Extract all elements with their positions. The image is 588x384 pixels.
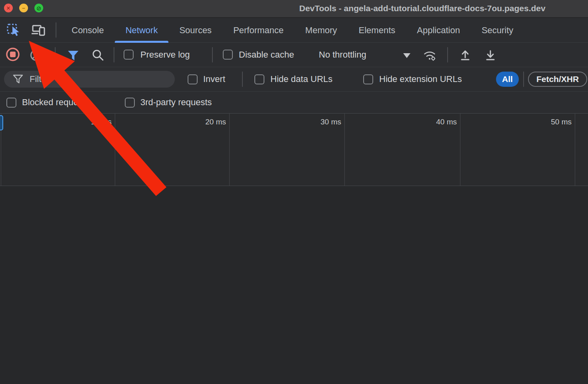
funnel-icon — [67, 50, 80, 62]
window-title: DevTools - angela-add-tutorial.cloudflar… — [299, 4, 546, 13]
hide-data-urls-checkbox[interactable] — [254, 74, 264, 84]
inspect-cursor-icon — [6, 23, 21, 38]
clear-network-log-button[interactable] — [28, 48, 44, 62]
hide-data-urls-label[interactable]: Hide data URLs — [270, 67, 332, 91]
tab-application[interactable]: Application — [406, 18, 471, 43]
clear-icon — [30, 49, 42, 62]
record-network-log-button[interactable] — [5, 47, 20, 62]
timeline-tick-label: 40 ms — [405, 118, 457, 126]
search-icon — [92, 49, 104, 62]
disable-cache-checkbox[interactable] — [223, 50, 233, 60]
throttling-select[interactable]: No throttling — [319, 43, 366, 67]
more-filters-bar: Blocked requests 3rd-party requests — [0, 92, 588, 114]
tab-network[interactable]: Network — [115, 18, 169, 43]
tab-performance[interactable]: Performance — [222, 18, 294, 43]
toolbar-separator — [447, 47, 448, 62]
toolbar-separator — [56, 22, 56, 38]
hide-extension-urls-label[interactable]: Hide extension URLs — [379, 67, 462, 91]
tab-security[interactable]: Security — [471, 18, 524, 43]
export-har-button[interactable] — [483, 48, 498, 62]
invert-checkbox[interactable] — [188, 74, 198, 84]
inspect-element-button[interactable] — [6, 23, 21, 38]
wifi-gear-icon — [422, 48, 437, 62]
titlebar[interactable]: ✕ − ⊘ DevTools - angela-add-tutorial.clo… — [0, 0, 588, 18]
tab-label: Sources — [179, 25, 212, 36]
download-icon — [484, 49, 497, 62]
tab-label: Elements — [359, 25, 396, 36]
third-party-requests-checkbox[interactable] — [125, 98, 135, 108]
devtools-window: ✕ − ⊘ DevTools - angela-add-tutorial.clo… — [0, 0, 588, 384]
timeline-tick-label: 20 ms — [174, 118, 226, 126]
search-button[interactable] — [90, 48, 106, 62]
zoom-button[interactable]: ⊘ — [34, 4, 43, 12]
tab-label: Security — [482, 25, 513, 36]
toolbar-separator — [523, 72, 524, 87]
filter-input[interactable] — [29, 74, 168, 85]
third-party-requests-label[interactable]: 3rd-party requests — [140, 92, 212, 113]
toolbar-separator — [212, 47, 213, 62]
timeline-gridline — [575, 114, 575, 186]
preserve-log-checkbox[interactable] — [124, 50, 134, 60]
device-toolbar-icon — [31, 24, 46, 37]
network-log-empty-panel: Recording network activity… Perform a re… — [0, 186, 588, 384]
timeline-gridline — [344, 114, 345, 186]
tab-label: Memory — [305, 25, 337, 36]
blocked-requests-label[interactable]: Blocked requests — [22, 92, 90, 113]
tab-memory[interactable]: Memory — [294, 18, 348, 43]
timeline-tick-label: 50 ms — [520, 118, 572, 126]
filter-toggle-button[interactable] — [66, 48, 81, 63]
hide-extension-urls-checkbox[interactable] — [363, 74, 373, 84]
blocked-requests-checkbox[interactable] — [6, 98, 16, 108]
timeline-gridline — [115, 114, 115, 186]
filter-field[interactable] — [4, 71, 175, 88]
timeline-tick-label: 30 ms — [289, 118, 341, 126]
panel-tabs: Console Network Sources Performance Memo… — [61, 18, 524, 43]
request-type-fetch-xhr-button[interactable]: Fetch/XHR — [528, 72, 587, 87]
network-filter-bar: Invert Hide data URLs Hide extension URL… — [0, 67, 588, 92]
network-conditions-button[interactable] — [422, 48, 437, 62]
device-toolbar-button[interactable] — [31, 23, 46, 38]
devtools-tab-bar: Console Network Sources Performance Memo… — [0, 18, 588, 43]
preserve-log-label[interactable]: Preserve log — [140, 43, 190, 67]
tab-label: Network — [126, 25, 158, 36]
network-toolbar: Preserve log Disable cache No throttling — [0, 43, 588, 67]
record-stop-icon — [5, 47, 20, 62]
request-type-all-button[interactable]: All — [496, 72, 519, 87]
timeline-gridline — [460, 114, 460, 186]
tab-label: Application — [417, 25, 460, 36]
tab-console[interactable]: Console — [61, 18, 115, 43]
minimize-button[interactable]: − — [19, 4, 28, 12]
overview-left-drag-handle[interactable] — [0, 115, 3, 130]
tab-sources[interactable]: Sources — [168, 18, 222, 43]
invert-label[interactable]: Invert — [203, 67, 225, 91]
network-overview-timeline[interactable]: 10 ms 20 ms 30 ms 40 ms 50 ms — [0, 114, 588, 186]
import-har-button[interactable] — [458, 48, 473, 62]
toolbar-separator — [242, 72, 243, 87]
toolbar-separator — [114, 47, 114, 62]
throttling-caret-icon[interactable] — [403, 53, 410, 58]
timeline-gridline — [229, 114, 230, 186]
tab-label: Performance — [233, 25, 284, 36]
timeline-tick-label: 10 ms — [60, 118, 112, 126]
toolbar-separator — [55, 47, 56, 62]
disable-cache-label[interactable]: Disable cache — [239, 43, 294, 67]
close-button[interactable]: ✕ — [4, 4, 13, 12]
tab-label: Console — [72, 25, 104, 36]
upload-icon — [459, 49, 472, 62]
funnel-outline-icon — [13, 74, 23, 84]
window-controls: ✕ − ⊘ — [4, 4, 43, 12]
tab-elements[interactable]: Elements — [348, 18, 406, 43]
